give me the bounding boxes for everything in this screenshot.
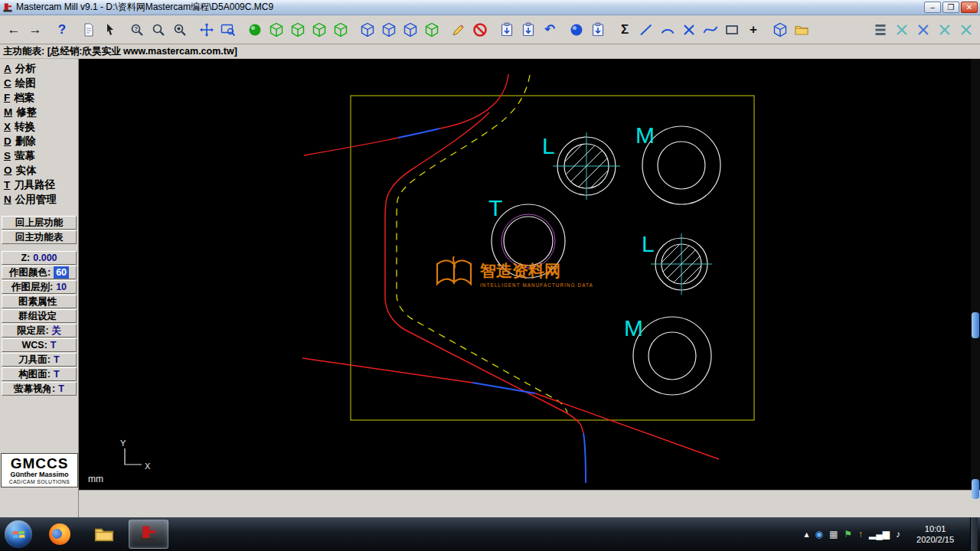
minimize-button[interactable]: –: [924, 2, 941, 13]
attributes-button[interactable]: 图素属性: [2, 295, 77, 308]
scrollbar-button[interactable]: [972, 479, 979, 499]
menu-nc-utils[interactable]: N公用管理: [0, 192, 78, 207]
tray-shield-icon[interactable]: ⚑: [844, 529, 852, 540]
fit-screen-icon[interactable]: [217, 18, 239, 41]
undo-icon[interactable]: ↶: [539, 18, 560, 41]
taskbar-firefox-button[interactable]: [40, 520, 80, 549]
system-tray: ▴◉▦⚑↑▂▄▆♪ 10:01 2020/2/15: [804, 517, 980, 551]
trim-2-icon[interactable]: [913, 18, 934, 41]
taskbar-mastercam-button[interactable]: [129, 520, 168, 549]
line-icon[interactable]: [635, 18, 657, 41]
rectangle-icon[interactable]: [721, 18, 743, 41]
screen-paint-icon[interactable]: [496, 18, 518, 41]
world-icon[interactable]: [566, 18, 587, 41]
zoom-target-icon[interactable]: [169, 18, 191, 41]
lower-line-blue-segment: [472, 383, 535, 393]
plus-icon[interactable]: +: [743, 18, 764, 41]
close-button[interactable]: ✕: [961, 2, 978, 13]
zoom-question-icon[interactable]: [126, 18, 148, 41]
tray-app2-icon[interactable]: ▦: [829, 529, 838, 540]
gview-iso-icon[interactable]: [266, 18, 287, 41]
color-field[interactable]: 作图颜色:60: [2, 266, 77, 279]
shaded-sphere-icon[interactable]: [244, 18, 266, 41]
backup-menu-button[interactable]: 回上层功能: [2, 216, 77, 230]
tray-app1-icon[interactable]: ◉: [815, 529, 823, 540]
hole-label-L2: L: [642, 231, 655, 256]
part-contour-exit-blue: [583, 433, 586, 483]
limit-level-field[interactable]: 限定层:关: [2, 324, 77, 337]
menu-modify[interactable]: M修整: [0, 105, 78, 119]
trim-4-icon[interactable]: [956, 18, 977, 41]
top-spline-red-right: [439, 74, 508, 129]
analyze-cursor-icon[interactable]: [100, 18, 121, 41]
layers-list-icon[interactable]: [870, 18, 891, 41]
screen-copy-icon[interactable]: [518, 18, 539, 41]
delete-ban-icon[interactable]: [469, 18, 491, 41]
window-title: Mastercam Mill v9.1 - D:\资料网Mastercam编程\…: [16, 1, 273, 14]
clipboard-icon[interactable]: [587, 18, 609, 41]
gview-field[interactable]: 萤幕视角:T: [2, 382, 77, 396]
start-button[interactable]: [5, 520, 32, 548]
forward-arrow-icon[interactable]: →: [24, 18, 46, 41]
hole-M2: [633, 317, 711, 395]
zoom-window-icon[interactable]: [148, 18, 169, 41]
explorer-folder-icon: [93, 523, 115, 545]
wcs-field[interactable]: WCS:T: [2, 338, 77, 352]
show-desktop-button[interactable]: [970, 517, 978, 551]
cplane-3d-icon[interactable]: [357, 18, 378, 41]
sigma-icon[interactable]: Σ: [614, 18, 635, 41]
tray-volume-icon[interactable]: ♪: [896, 529, 900, 540]
z-depth-field[interactable]: Z:0.000: [2, 251, 77, 265]
vertical-scrollbar[interactable]: [971, 59, 980, 490]
tray-network-icon[interactable]: ▂▄▆: [869, 529, 890, 540]
new-file-icon[interactable]: [78, 18, 100, 41]
menu-delete[interactable]: D删除: [0, 134, 78, 148]
gmccs-logo: GMCCS Günther Massimo CAD/CAM SOLUTIONS: [1, 453, 78, 487]
menu-create[interactable]: C绘图: [0, 76, 78, 90]
menu-file[interactable]: F档案: [0, 90, 78, 105]
menu-xform[interactable]: X转换: [0, 119, 78, 134]
menu-solids[interactable]: O实体: [0, 163, 78, 178]
help-icon[interactable]: ?: [51, 18, 73, 41]
draw-pencil-icon[interactable]: [448, 18, 469, 41]
cplane-field[interactable]: 构图面:T: [2, 367, 77, 381]
cplane-top-icon[interactable]: [378, 18, 400, 41]
gmccs-logo-title: GMCCS: [2, 456, 77, 471]
pan-icon[interactable]: [196, 18, 217, 41]
trim-3-icon[interactable]: [934, 18, 956, 41]
tool-plane-field[interactable]: 刀具面:T: [2, 353, 77, 367]
back-arrow-icon[interactable]: ←: [3, 18, 24, 41]
graphics-area[interactable]: L M T L M 智造资料网 INTELLIGENT MANUFACTURIN…: [79, 59, 971, 490]
gview-side-icon[interactable]: [330, 18, 351, 41]
mastercam-icon: [139, 524, 158, 544]
maximize-button[interactable]: ❐: [942, 2, 959, 13]
gview-front-icon[interactable]: [309, 18, 330, 41]
taskbar-clock[interactable]: 10:01 2020/2/15: [912, 523, 959, 546]
folder-icon[interactable]: [791, 18, 812, 41]
windows-flag-icon: [11, 527, 26, 542]
modify-trim-icon[interactable]: [678, 18, 700, 41]
menu-analysis[interactable]: A分析: [0, 61, 78, 76]
tray-expand-icon[interactable]: ▴: [804, 529, 808, 540]
cplane-side-icon[interactable]: [421, 18, 443, 41]
tray-update-icon[interactable]: ↑: [858, 529, 863, 540]
taskbar-explorer-button[interactable]: [84, 520, 124, 549]
prompt-area: [79, 490, 980, 517]
dynamic-cube-icon[interactable]: [769, 18, 791, 41]
arc-icon[interactable]: [657, 18, 678, 41]
scrollbar-thumb[interactable]: [972, 312, 979, 338]
gmccs-logo-line1: Günther Massimo: [2, 471, 77, 479]
trim-1-icon[interactable]: [891, 18, 913, 41]
menu-toolpaths[interactable]: T刀具路径: [0, 178, 78, 192]
level-field[interactable]: 作图层别:10: [2, 280, 77, 294]
watermark: 智造资料网 INTELLIGENT MANUFACTURING DATA: [437, 256, 593, 288]
menu-screen[interactable]: S萤幕: [0, 148, 78, 163]
groups-button[interactable]: 群组设定: [2, 309, 77, 323]
cplane-front-icon[interactable]: [400, 18, 421, 41]
gview-top-icon[interactable]: [287, 18, 309, 41]
main-menu-button[interactable]: 回主功能表: [2, 230, 77, 244]
sidebar: A分析 C绘图 F档案 M修整 X转换 D删除 S萤幕 O实体 T刀具路径 N公…: [0, 59, 79, 517]
spline-icon[interactable]: [700, 18, 721, 41]
watermark-subtitle: INTELLIGENT MANUFACTURING DATA: [480, 282, 593, 288]
drawing-canvas[interactable]: L M T L M 智造资料网 INTELLIGENT MANUFACTURIN…: [79, 59, 971, 490]
